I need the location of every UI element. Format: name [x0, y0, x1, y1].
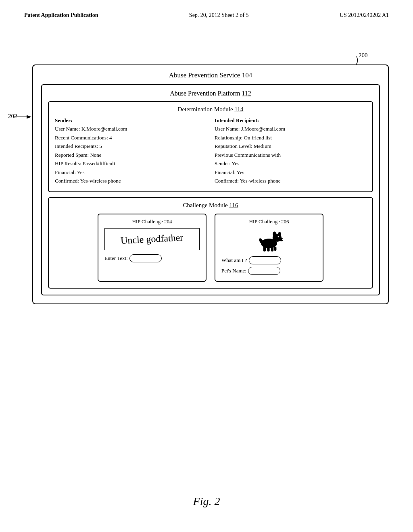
service-title-text: Abuse Prevention Service [169, 71, 242, 79]
dog-image-container [221, 228, 317, 252]
hip-204-title: HIP Challenge 204 [104, 218, 200, 225]
fig-label: Fig. 2 [193, 495, 220, 508]
determination-columns: Sender: User Name: K.Moore@email.com Rec… [55, 116, 366, 185]
svg-point-14 [278, 236, 279, 237]
what-am-row: What am I ? [221, 256, 317, 264]
sender-line-7: Confirmed: Yes-wireless phone [55, 178, 121, 184]
pets-name-input[interactable] [248, 267, 280, 275]
determination-box: Determination Module 114 Sender: User Na… [48, 101, 373, 192]
recipient-column: Intended Recipient: User Name: J.Moore@e… [215, 116, 366, 185]
sender-line-6: Financial: Yes [55, 169, 85, 175]
challenge-box: Challenge Module 116 HIP Challenge 204 U… [48, 197, 373, 289]
sender-line-2: Recent Communications: 4 [55, 135, 112, 141]
svg-text:200: 200 [359, 52, 368, 58]
service-title-ref: 104 [242, 71, 252, 79]
challenge-columns: HIP Challenge 204 Uncle godfather Enter … [55, 214, 366, 282]
sender-line-4: Reported Spam: None [55, 152, 102, 158]
hip-204-title-text: HIP Challenge [132, 218, 164, 224]
sender-line-1: User Name: K.Moore@email.com [55, 126, 127, 132]
recipient-line-5: Sender: Yes [215, 160, 239, 166]
pets-name-row: Pet's Name: [221, 267, 317, 275]
enter-text-row: Enter Text: [104, 254, 200, 262]
enter-text-label: Enter Text: [104, 255, 128, 262]
enter-text-input[interactable] [129, 254, 162, 262]
patent-number-label: US 2012/0240202 A1 [340, 12, 389, 18]
determination-title: Determination Module 114 [55, 106, 366, 113]
recipient-line-7: Confirmed: Yes-wireless phone [215, 178, 281, 184]
what-am-input[interactable] [249, 256, 281, 264]
recipient-header: Intended Recipient: [215, 117, 259, 123]
recipient-line-3: Reputation Level: Medium [215, 143, 271, 149]
platform-title: Abuse Prevention Platform 112 [48, 90, 373, 97]
cursive-text-area: Uncle godfather [104, 228, 200, 250]
service-title: Abuse Prevention Service 104 [41, 71, 380, 79]
header-right: US 2012/0240202 A1 [340, 12, 389, 19]
hip-204-title-ref: 204 [164, 218, 172, 224]
what-am-label: What am I ? [221, 257, 247, 264]
platform-title-ref: 112 [242, 90, 251, 97]
hip-204-box: HIP Challenge 204 Uncle godfather Enter … [98, 214, 206, 282]
cursive-text: Uncle godfather [121, 232, 184, 246]
recipient-line-2: Relationship: On friend list [215, 135, 272, 141]
service-box: Abuse Prevention Service 104 Abuse Preve… [32, 64, 389, 304]
diagram-area: 202 Abuse Prevention Service 104 Abuse P… [32, 64, 389, 304]
sender-line-3: Intended Recipients: 5 [55, 143, 102, 149]
recipient-line-1: User Name: J.Moore@email.com [215, 126, 285, 132]
hip-206-title: HIP Challenge 206 [221, 218, 317, 225]
svg-rect-10 [271, 247, 273, 251]
platform-title-text: Abuse Prevention Platform [170, 90, 242, 97]
hip-206-title-ref: 206 [281, 218, 289, 224]
hip-206-box: HIP Challenge 206 [215, 214, 323, 282]
determination-title-text: Determination Module [178, 106, 235, 112]
sender-column: Sender: User Name: K.Moore@email.com Rec… [55, 116, 206, 185]
sender-header: Sender: [55, 117, 72, 123]
svg-rect-8 [263, 247, 266, 251]
header: Patent Application Publication Sep. 20, … [0, 0, 413, 23]
header-center: Sep. 20, 2012 Sheet 2 of 5 [189, 12, 249, 19]
pets-name-label: Pet's Name: [221, 268, 246, 274]
challenge-title-ref: 116 [229, 202, 238, 208]
arrow-202-svg [12, 111, 34, 123]
date-sheet-label: Sep. 20, 2012 Sheet 2 of 5 [189, 12, 249, 18]
challenge-title: Challenge Module 116 [55, 202, 366, 209]
dog-silhouette-icon [253, 228, 285, 252]
header-left: Patent Application Publication [24, 12, 98, 19]
platform-box: Abuse Prevention Platform 112 Determinat… [41, 84, 380, 295]
svg-point-13 [282, 239, 284, 240]
determination-title-ref: 114 [234, 106, 243, 112]
sender-line-5: HIP Results: Passed/difficult [55, 160, 115, 166]
fig-label-text: Fig. 2 [193, 495, 220, 507]
publication-label: Patent Application Publication [24, 12, 98, 18]
svg-rect-9 [267, 247, 269, 251]
recipient-line-6: Financial: Yes [215, 169, 244, 175]
recipient-line-4: Previous Communications with [215, 152, 281, 158]
hip-206-title-text: HIP Challenge [249, 218, 281, 224]
challenge-title-text: Challenge Module [183, 202, 229, 208]
svg-rect-11 [274, 247, 277, 251]
